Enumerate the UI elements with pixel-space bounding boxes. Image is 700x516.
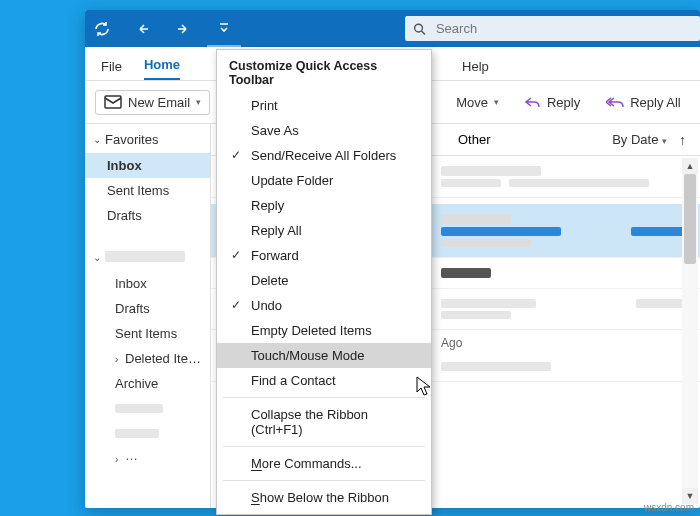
new-email-label: New Email [128, 95, 190, 110]
search-icon [413, 22, 426, 36]
new-email-button[interactable]: New Email ▾ [95, 90, 210, 115]
menu-item-find-contact[interactable]: Find a Contact [217, 368, 431, 393]
scroll-track[interactable] [682, 174, 698, 488]
menu-item-reply[interactable]: Reply [217, 193, 431, 218]
qat-undo-button[interactable] [129, 10, 163, 47]
folder-nav: ⌄ Favorites Inbox Sent Items Drafts ⌄ In… [85, 124, 211, 508]
tab-help[interactable]: Help [462, 51, 489, 80]
tab-home[interactable]: Home [144, 49, 180, 80]
favorites-label: Favorites [105, 132, 158, 147]
chevron-down-icon: ⌄ [93, 252, 101, 263]
check-icon: ✓ [231, 298, 241, 312]
reply-all-icon [606, 95, 624, 109]
qat-customize-menu: Customize Quick Access Toolbar Print Sav… [216, 49, 432, 515]
menu-separator [223, 446, 425, 447]
svg-rect-1 [105, 96, 121, 108]
favorites-header[interactable]: ⌄ Favorites [85, 124, 210, 153]
folder-archive[interactable]: Archive [85, 371, 210, 396]
folder-deleted[interactable]: ›Deleted Items [85, 346, 210, 371]
account-header[interactable]: ⌄ [85, 242, 210, 271]
menu-item-reply-all[interactable]: Reply All [217, 218, 431, 243]
reply-label: Reply [547, 95, 580, 110]
qat-redo-button[interactable] [163, 10, 197, 47]
menu-item-touch-mouse[interactable]: Touch/Mouse Mode [217, 343, 431, 368]
menu-item-collapse-ribbon[interactable]: Collapse the Ribbon (Ctrl+F1) [217, 402, 431, 442]
chevron-down-icon: ▾ [662, 136, 667, 146]
mouse-cursor-icon [416, 376, 432, 398]
group-header: Ago [441, 336, 462, 350]
title-bar [85, 10, 700, 47]
chevron-right-icon: › [115, 454, 125, 465]
reply-button[interactable]: Reply [518, 90, 587, 115]
menu-item-undo[interactable]: ✓Undo [217, 293, 431, 318]
reply-all-button[interactable]: Reply All [599, 90, 688, 115]
check-icon: ✓ [231, 148, 241, 162]
tab-other[interactable]: Other [458, 128, 491, 151]
qat-send-receive-button[interactable] [85, 10, 119, 47]
reply-icon [525, 95, 541, 109]
menu-item-send-receive[interactable]: ✓Send/Receive All Folders [217, 143, 431, 168]
tab-file[interactable]: File [101, 51, 122, 80]
menu-item-print[interactable]: Print [217, 93, 431, 118]
menu-item-delete[interactable]: Delete [217, 268, 431, 293]
move-label: Move [456, 95, 488, 110]
scroll-thumb[interactable] [684, 174, 696, 264]
move-button[interactable]: Move ▾ [449, 90, 506, 115]
folder-blur-2[interactable] [85, 421, 210, 446]
sort-by-date[interactable]: By Date ▾ [612, 132, 667, 147]
chevron-down-icon: ▾ [196, 97, 201, 107]
chevron-down-icon: ⌄ [93, 134, 101, 145]
search-input[interactable] [434, 20, 692, 37]
fav-drafts[interactable]: Drafts [85, 203, 210, 228]
qat-customize-button[interactable] [207, 10, 241, 47]
folder-blur-3[interactable]: › [85, 446, 210, 471]
chevron-right-icon: › [115, 354, 125, 365]
folder-inbox[interactable]: Inbox [85, 271, 210, 296]
folder-drafts[interactable]: Drafts [85, 296, 210, 321]
menu-item-empty-deleted[interactable]: Empty Deleted Items [217, 318, 431, 343]
menu-separator [223, 480, 425, 481]
check-icon: ✓ [231, 248, 241, 262]
reply-all-label: Reply All [630, 95, 681, 110]
folder-sent[interactable]: Sent Items [85, 321, 210, 346]
svg-point-0 [415, 24, 423, 32]
scrollbar[interactable]: ▲ ▼ [682, 158, 698, 504]
search-box[interactable] [405, 16, 700, 41]
scroll-up-button[interactable]: ▲ [682, 158, 698, 174]
menu-title: Customize Quick Access Toolbar [217, 50, 431, 93]
chevron-down-icon: ▾ [494, 97, 499, 107]
folder-blur-1[interactable] [85, 396, 210, 421]
menu-item-forward[interactable]: ✓Forward [217, 243, 431, 268]
menu-item-show-below[interactable]: Show Below the Ribbon [217, 485, 431, 510]
menu-separator [223, 397, 425, 398]
fav-sent[interactable]: Sent Items [85, 178, 210, 203]
sort-asc-icon[interactable]: ↑ [679, 132, 686, 148]
menu-item-more-commands[interactable]: More Commands... [217, 451, 431, 476]
fav-inbox[interactable]: Inbox [85, 153, 210, 178]
mail-icon [104, 95, 122, 109]
menu-item-save-as[interactable]: Save As [217, 118, 431, 143]
menu-item-update-folder[interactable]: Update Folder [217, 168, 431, 193]
watermark: wsxdn.com [644, 502, 694, 513]
